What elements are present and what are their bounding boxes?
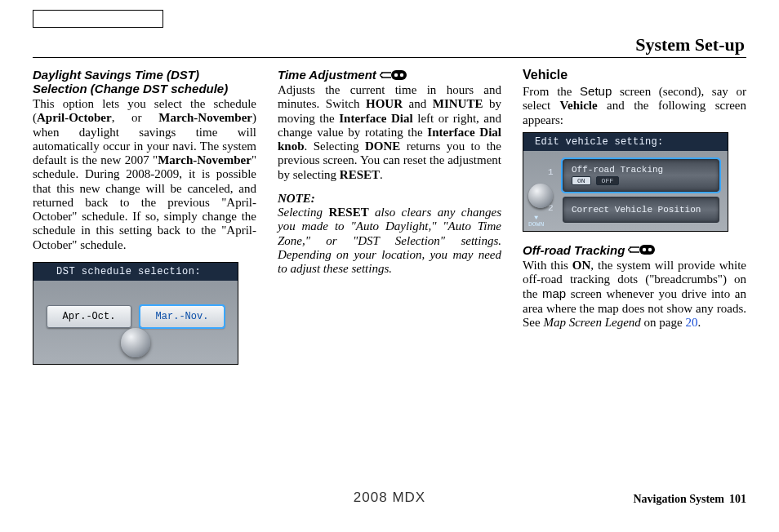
text: With this: [523, 259, 572, 272]
svg-rect-3: [639, 245, 655, 255]
text-sans: Setup: [580, 84, 612, 98]
footer-page-info: Navigation System101: [633, 493, 746, 506]
text-bold: Vehicle: [560, 99, 598, 112]
toggle-off[interactable]: OFF: [596, 176, 619, 185]
menu-item-label: Correct Vehicle Position: [572, 205, 701, 215]
down-indicator: ▼ DOWN: [528, 215, 544, 228]
svg-point-2: [400, 73, 403, 76]
text: on page: [641, 316, 686, 329]
svg-point-4: [643, 248, 646, 251]
note-body: Selecting RESET also clears any changes …: [278, 206, 501, 276]
text: From the: [523, 85, 580, 98]
svg-point-1: [394, 73, 398, 76]
vehicle-screenshot-body: 1 2 Off-road Tracking ON OFF Correct Veh…: [523, 151, 728, 231]
text-sans: map: [542, 286, 566, 300]
svg-point-5: [648, 248, 652, 251]
offroad-tracking-paragraph: With this ON, the system will provide wh…: [523, 259, 746, 330]
heading-text: Off-road Tracking: [523, 243, 625, 257]
text: .: [697, 316, 701, 329]
text-bold: RESET: [328, 206, 368, 219]
footer-model-year: 2008 MDX: [354, 490, 425, 506]
content-columns: Daylight Savings Time (DST) Selection (C…: [33, 68, 746, 365]
menu-item-offroad-tracking[interactable]: Off-road Tracking ON OFF: [563, 159, 719, 192]
dst-paragraph: This option lets you select the schedule…: [33, 97, 256, 252]
dst-heading: Daylight Savings Time (DST) Selection (C…: [33, 68, 256, 95]
text: and: [403, 97, 433, 110]
heading-text: Time Adjustment: [278, 68, 376, 82]
menu-item-correct-position[interactable]: Correct Vehicle Position: [563, 197, 719, 223]
menu-number-1: 1: [548, 167, 554, 177]
text-bold: RESET: [340, 168, 380, 181]
dst-option-mar-nov[interactable]: Mar.-Nov.: [140, 305, 225, 328]
toggle-on[interactable]: ON: [572, 176, 591, 185]
toggle-group: ON OFF: [572, 176, 619, 185]
svg-rect-0: [391, 70, 407, 80]
page-link[interactable]: 20: [685, 316, 697, 329]
footer-page-number: 101: [729, 493, 746, 505]
header-divider: [33, 57, 746, 58]
vehicle-screenshot-title: Edit vehicle setting:: [523, 133, 728, 151]
column-time-adjustment: Time Adjustment Adjusts the current time…: [278, 68, 501, 365]
text: Selecting: [278, 206, 328, 219]
dst-screenshot-body: Apr.-Oct. Mar.-Nov.: [33, 281, 238, 349]
down-label: DOWN: [528, 221, 544, 228]
text: . Selecting: [305, 140, 365, 153]
column-dst: Daylight Savings Time (DST) Selection (C…: [33, 68, 256, 365]
menu-item-label: Off-road Tracking: [572, 165, 663, 175]
text-bold: March-November: [158, 111, 252, 124]
time-adjustment-heading: Time Adjustment: [278, 68, 501, 82]
dst-screenshot: DST schedule selection: Apr.-Oct. Mar.-N…: [33, 262, 238, 365]
text-bold: ON: [572, 259, 591, 272]
text-bold: April-October: [37, 111, 112, 124]
interface-dial-knob[interactable]: [528, 184, 553, 208]
note-label: NOTE:: [278, 192, 501, 206]
interface-dial-knob[interactable]: [121, 328, 150, 357]
vehicle-heading: Vehicle: [523, 68, 746, 82]
text-bold: March-November: [158, 153, 252, 166]
page-title: System Set-up: [33, 34, 746, 55]
time-adjustment-paragraph: Adjusts the current time in hours and mi…: [278, 83, 501, 182]
text-bold: DONE: [365, 140, 400, 153]
vehicle-intro-paragraph: From the Setup screen (second), say or s…: [523, 84, 746, 127]
text-bold: HOUR: [366, 97, 403, 110]
text: " schedule. During 2008-2009, it is poss…: [33, 153, 256, 251]
column-vehicle: Vehicle From the Setup screen (second), …: [523, 68, 746, 365]
offroad-tracking-heading: Off-road Tracking: [523, 243, 746, 257]
text: , or: [112, 111, 159, 124]
text-italic: Map Screen Legend: [543, 316, 640, 329]
text-bold: MINUTE: [433, 97, 483, 110]
dst-screenshot-title: DST schedule selection:: [33, 263, 238, 281]
blank-field-box: [33, 10, 163, 28]
page-footer: 2008 MDX Navigation System101: [33, 493, 746, 506]
vehicle-screenshot: Edit vehicle setting: 1 2 Off-road Track…: [523, 132, 728, 232]
text: .: [380, 168, 383, 181]
voice-command-icon: [380, 69, 407, 81]
footer-section-label: Navigation System: [633, 493, 724, 505]
voice-command-icon: [628, 244, 656, 255]
dst-option-apr-oct[interactable]: Apr.-Oct.: [47, 305, 131, 328]
text-bold: Interface Dial: [339, 112, 413, 125]
